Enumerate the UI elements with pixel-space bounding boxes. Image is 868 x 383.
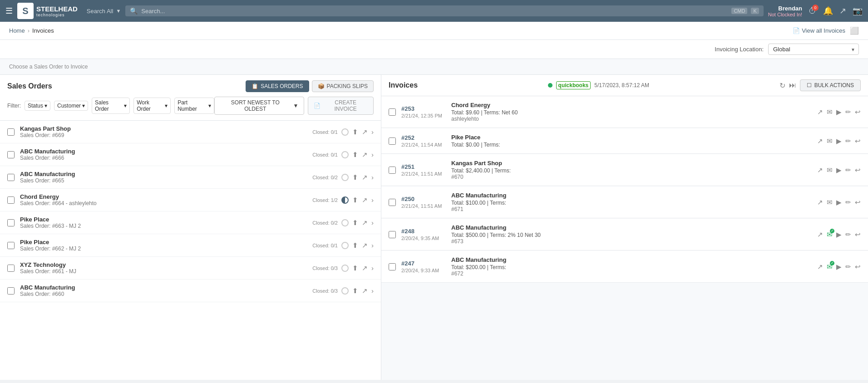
- invoice-play-icon[interactable]: ▶: [836, 108, 842, 116]
- invoice-checkbox[interactable]: [389, 231, 396, 238]
- invoice-external-link-icon[interactable]: ↗: [817, 231, 823, 239]
- so-chevron-right-icon[interactable]: ›: [371, 241, 374, 249]
- invoice-external-link-icon[interactable]: ↗: [817, 137, 823, 145]
- so-upload-icon[interactable]: ⬆: [352, 128, 358, 136]
- email-icon[interactable]: ✉: [827, 198, 833, 206]
- invoice-undo-icon[interactable]: ↩: [855, 166, 861, 174]
- invoice-undo-icon[interactable]: ↩: [855, 263, 861, 271]
- sales-order-item[interactable]: Kangas Part Shop Sales Order: #669 Close…: [0, 121, 381, 143]
- invoice-undo-icon[interactable]: ↩: [855, 198, 861, 206]
- invoice-edit-icon[interactable]: ✏: [845, 263, 851, 271]
- invoice-play-icon[interactable]: ▶: [836, 231, 842, 239]
- so-external-link-icon[interactable]: ↗: [362, 128, 368, 136]
- invoice-external-link-icon[interactable]: ↗: [817, 263, 823, 271]
- forward-icon[interactable]: ⏭: [789, 81, 796, 89]
- expand-icon[interactable]: ⬜: [850, 26, 859, 35]
- so-external-link-icon[interactable]: ↗: [362, 241, 368, 250]
- invoice-edit-icon[interactable]: ✏: [845, 231, 851, 239]
- so-external-link-icon[interactable]: ↗: [362, 173, 368, 182]
- refresh-icon[interactable]: ↻: [779, 81, 785, 90]
- invoice-checkbox[interactable]: [389, 137, 396, 145]
- so-upload-icon[interactable]: ⬆: [352, 151, 358, 159]
- location-select[interactable]: Global: [768, 44, 859, 55]
- sales-order-item[interactable]: ABC Manufacturing Sales Order: #665 Clos…: [0, 166, 381, 189]
- so-upload-icon[interactable]: ⬆: [352, 264, 358, 272]
- logout-icon[interactable]: ↗: [839, 6, 846, 16]
- so-checkbox[interactable]: [7, 265, 15, 272]
- so-chevron-right-icon[interactable]: ›: [371, 151, 374, 158]
- create-invoice-button[interactable]: 📄 CREATE INVOICE: [308, 97, 374, 115]
- invoice-play-icon[interactable]: ▶: [836, 263, 842, 271]
- invoice-checkbox[interactable]: [389, 167, 396, 174]
- tab-packing-slips[interactable]: 📦 PACKING SLIPS: [312, 80, 374, 92]
- so-chevron-right-icon[interactable]: ›: [371, 196, 374, 204]
- so-chevron-right-icon[interactable]: ›: [371, 128, 374, 136]
- sales-order-item[interactable]: Pike Place Sales Order: #663 - MJ 2 Clos…: [0, 211, 381, 234]
- invoice-play-icon[interactable]: ▶: [836, 137, 842, 145]
- so-external-link-icon[interactable]: ↗: [362, 287, 368, 295]
- invoice-number[interactable]: #253: [401, 105, 451, 112]
- view-all-invoices-link[interactable]: 📄 View all Invoices: [793, 27, 845, 34]
- so-chevron-right-icon[interactable]: ›: [371, 287, 374, 295]
- so-checkbox[interactable]: [7, 128, 15, 136]
- so-upload-icon[interactable]: ⬆: [352, 287, 358, 295]
- so-upload-icon[interactable]: ⬆: [352, 219, 358, 227]
- email-icon[interactable]: ✉: [827, 108, 833, 116]
- filter-customer[interactable]: Customer ▾: [54, 101, 88, 111]
- so-chevron-right-icon[interactable]: ›: [371, 264, 374, 272]
- so-upload-icon[interactable]: ⬆: [352, 196, 358, 204]
- so-external-link-icon[interactable]: ↗: [362, 196, 368, 204]
- hamburger-menu[interactable]: ☰: [5, 6, 13, 16]
- invoice-number[interactable]: #252: [401, 134, 451, 141]
- camera-icon[interactable]: 📷: [853, 6, 863, 16]
- invoice-edit-icon[interactable]: ✏: [845, 166, 851, 174]
- search-box[interactable]: 🔍 CMD K: [125, 5, 764, 16]
- invoice-number[interactable]: #247: [401, 260, 451, 267]
- so-checkbox[interactable]: [7, 151, 15, 158]
- invoice-checkbox[interactable]: [389, 263, 396, 270]
- so-chevron-right-icon[interactable]: ›: [371, 219, 374, 226]
- search-all-label[interactable]: Search All: [87, 8, 113, 15]
- sales-order-item[interactable]: Pike Place Sales Order: #662 - MJ 2 Clos…: [0, 234, 381, 257]
- email-icon[interactable]: ✉: [827, 137, 833, 145]
- bulk-actions-button[interactable]: ☐ BULK ACTIONS: [800, 79, 861, 91]
- invoice-external-link-icon[interactable]: ↗: [817, 166, 823, 174]
- so-checkbox[interactable]: [7, 242, 15, 249]
- timer-icon[interactable]: ⏱ 0: [809, 6, 817, 16]
- filter-sales-order[interactable]: Sales Order ▾: [92, 98, 130, 114]
- invoice-number[interactable]: #251: [401, 163, 451, 170]
- filter-work-order[interactable]: Work Order ▾: [133, 98, 171, 114]
- invoice-checkbox[interactable]: [389, 199, 396, 206]
- invoice-edit-icon[interactable]: ✏: [845, 108, 851, 116]
- search-input[interactable]: [141, 8, 728, 15]
- breadcrumb-home[interactable]: Home: [9, 27, 25, 34]
- so-checkbox[interactable]: [7, 219, 15, 226]
- email-sent-icon[interactable]: ✉✓: [827, 231, 833, 239]
- invoice-play-icon[interactable]: ▶: [836, 166, 842, 174]
- invoice-undo-icon[interactable]: ↩: [855, 108, 861, 116]
- filter-status[interactable]: Status ▾: [25, 101, 50, 111]
- invoice-number[interactable]: #250: [401, 196, 451, 202]
- invoice-number[interactable]: #248: [401, 228, 451, 235]
- invoice-edit-icon[interactable]: ✏: [845, 137, 851, 145]
- sales-order-item[interactable]: ABC Manufacturing Sales Order: #666 Clos…: [0, 143, 381, 166]
- sales-order-item[interactable]: Chord Energy Sales Order: #664 - ashleyl…: [0, 189, 381, 211]
- invoice-external-link-icon[interactable]: ↗: [817, 108, 823, 116]
- so-upload-icon[interactable]: ⬆: [352, 241, 358, 250]
- email-sent-icon[interactable]: ✉✓: [827, 263, 833, 271]
- so-upload-icon[interactable]: ⬆: [352, 173, 358, 182]
- so-checkbox[interactable]: [7, 196, 15, 204]
- so-external-link-icon[interactable]: ↗: [362, 264, 368, 272]
- so-external-link-icon[interactable]: ↗: [362, 151, 368, 159]
- invoice-edit-icon[interactable]: ✏: [845, 198, 851, 206]
- sales-order-item[interactable]: XYZ Technology Sales Order: #661 - MJ Cl…: [0, 257, 381, 280]
- so-checkbox[interactable]: [7, 174, 15, 181]
- sort-button[interactable]: SORT NEWEST TO OLDEST ▼: [214, 97, 304, 115]
- invoice-undo-icon[interactable]: ↩: [855, 231, 861, 239]
- sales-order-item[interactable]: ABC Manufacturing Sales Order: #660 Clos…: [0, 280, 381, 302]
- filter-part-number[interactable]: Part Number ▾: [174, 98, 214, 114]
- email-icon[interactable]: ✉: [827, 166, 833, 174]
- notifications-icon[interactable]: 🔔: [823, 6, 833, 16]
- invoice-checkbox[interactable]: [389, 108, 396, 116]
- invoice-play-icon[interactable]: ▶: [836, 198, 842, 206]
